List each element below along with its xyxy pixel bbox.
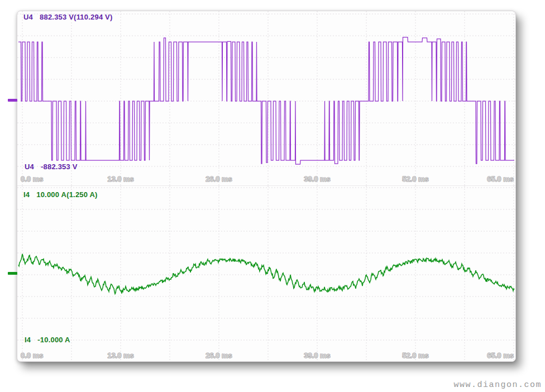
voltage-max-label: U4882.353 V(110.294 V) [23,13,113,21]
voltage-waveform-plot [17,11,515,185]
time-tick-label: 0.0 ms [21,351,43,360]
voltage-zero-marker [8,99,17,102]
current-time-axis: 0.0 ms 13.0 ms 26.0 ms 39.0 ms 52.0 ms 6… [17,351,515,362]
time-tick-label: 39.0 ms [304,175,331,183]
time-tick-label: 13.0 ms [107,351,134,360]
current-min-label: I4-10.000 A [25,336,70,344]
time-tick-label: 52.0 ms [402,175,429,183]
time-tick-label: 52.0 ms [402,351,429,360]
voltage-time-axis: 0.0 ms 13.0 ms 26.0 ms 39.0 ms 52.0 ms 6… [17,175,515,185]
oscillogram-page: U4882.353 V(110.294 V) U4-882.353 V 0.0 … [0,0,545,392]
current-max-label: I410.000 A(1.250 A) [23,190,98,199]
voltage-min-label: U4-882.353 V [25,162,78,171]
current-min-value: -10.000 A [37,336,70,344]
current-channel-name: I4 [25,336,31,344]
time-tick-label: 39.0 ms [304,351,331,360]
current-waveform-plot [17,186,515,362]
voltage-chart-panel: U4882.353 V(110.294 V) U4-882.353 V 0.0 … [17,11,515,185]
voltage-channel-name: U4 [23,13,33,21]
voltage-channel-name: U4 [25,162,34,171]
oscillogram-card: U4882.353 V(110.294 V) U4-882.353 V 0.0 … [17,11,516,362]
time-tick-label: 0.0 ms [21,175,43,183]
time-tick-label: 26.0 ms [205,175,232,183]
voltage-min-value: -882.353 V [41,162,78,171]
time-tick-label: 13.0 ms [107,175,134,183]
site-watermark: www.diangon.com [453,380,542,390]
voltage-max-value: 882.353 V(110.294 V) [40,13,113,21]
current-chart-panel: I410.000 A(1.250 A) I4-10.000 A 0.0 ms 1… [17,185,515,362]
time-tick-label: 65.0 ms [487,175,514,183]
current-zero-marker [8,272,17,275]
time-tick-label: 65.0 ms [487,351,514,360]
current-channel-name: I4 [23,190,30,199]
current-max-value: 10.000 A(1.250 A) [36,190,97,199]
time-tick-label: 26.0 ms [205,351,232,360]
